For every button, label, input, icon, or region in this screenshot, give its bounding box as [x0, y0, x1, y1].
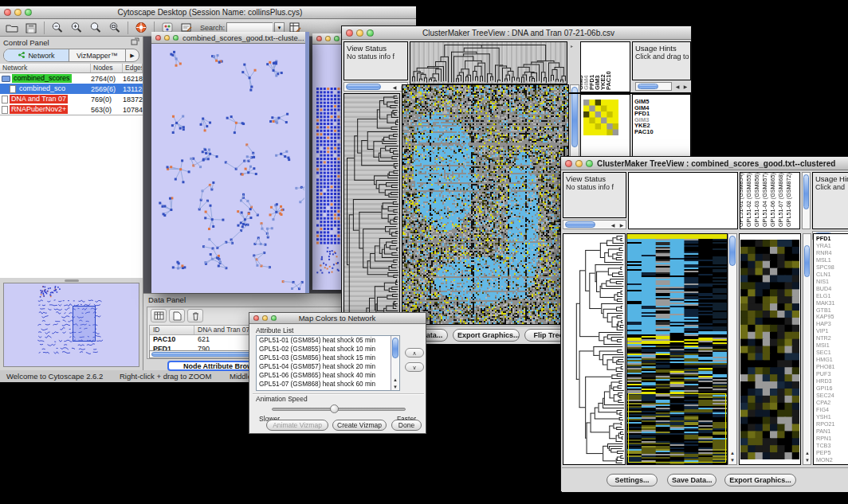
close-button[interactable] — [155, 35, 161, 41]
close-button[interactable] — [4, 9, 11, 16]
zoom-out-button[interactable] — [49, 21, 66, 35]
close-button[interactable] — [565, 160, 572, 167]
move-down-button[interactable]: ∨ — [405, 362, 424, 372]
speed-slider-track[interactable] — [272, 408, 406, 411]
scrollbar-thumb[interactable] — [392, 338, 398, 358]
minimize-button[interactable] — [14, 9, 22, 16]
scroll-left-icon[interactable]: ◀ — [609, 223, 617, 228]
column-label[interactable]: GPL51-04 (GSM857) — [761, 173, 768, 227]
maximize-button[interactable] — [25, 9, 32, 16]
network1-view-canvas[interactable] — [151, 44, 304, 292]
dialog-title-bar[interactable]: Map Colors to Network — [249, 313, 426, 324]
speed-slider-thumb[interactable] — [330, 404, 339, 413]
attribute-listbox[interactable]: GPL51-01 (GSM854) heat shock 05 minGPL51… — [256, 335, 400, 391]
network-list-row[interactable]: RNAPuberNov2+563(0)107847(0) — [0, 104, 143, 115]
scrollbar-thumb[interactable] — [804, 245, 810, 277]
main-title-bar[interactable]: Cytoscape Desktop (Session Name: collins… — [0, 6, 416, 19]
list-item[interactable]: GPL51-02 (GSM855) heat shock 10 min — [257, 345, 399, 354]
list-vscrollbar[interactable]: ▲ ▼ — [391, 336, 399, 390]
move-up-button[interactable]: ∧ — [405, 348, 424, 357]
zoom-heatmap-canvas[interactable] — [740, 240, 799, 459]
network1-title-bar[interactable]: combined_scores_good.txt--cluste... — [151, 32, 305, 44]
column-label[interactable]: GPL51-06 (GSM865) — [769, 173, 776, 227]
heatmap-vscrollbar[interactable]: ▲ ▼ — [728, 233, 737, 465]
tab-overflow-button[interactable]: ▶ — [126, 49, 139, 61]
network-list-row[interactable]: DNA and Tran 07769(0)183728(0) — [0, 94, 143, 104]
scroll-right-icon[interactable]: ▶ — [681, 84, 689, 89]
scroll-down-icon[interactable]: ▼ — [728, 458, 736, 463]
list-item[interactable]: GPL51-03 (GSM856) heat shock 15 min — [257, 354, 399, 362]
scrollbar-thumb[interactable] — [729, 236, 736, 266]
minimize-button[interactable] — [164, 35, 170, 41]
scroll-up-icon[interactable]: ▲ — [391, 377, 399, 382]
view-status-hscrollbar[interactable]: ◀ ▶ — [563, 220, 626, 229]
row-dendrogram-canvas[interactable] — [563, 234, 625, 464]
column-header[interactable]: Edges — [123, 64, 143, 72]
close-button[interactable] — [346, 29, 353, 37]
tab-network[interactable]: Network — [4, 49, 69, 61]
list-item[interactable]: GPL51-04 (GSM857) heat shock 20 min — [257, 362, 399, 371]
maximize-button[interactable] — [586, 160, 593, 167]
maximize-button[interactable] — [271, 315, 277, 321]
export-graphics-button[interactable]: Export Graphics... — [453, 329, 520, 342]
row-label[interactable]: PAC10 — [633, 129, 690, 135]
zoom-fit-selected-button[interactable] — [87, 21, 104, 35]
list-item[interactable]: GPL51-07 (GSM868) heat shock 60 min — [257, 380, 399, 389]
column-dendrogram-canvas[interactable] — [410, 42, 567, 84]
scrollbar-thumb[interactable] — [346, 84, 381, 90]
scrollbar-thumb[interactable] — [638, 84, 658, 89]
column-label[interactable]: GPL51-03 (GSM856) — [753, 173, 760, 227]
heatmap-canvas[interactable] — [402, 85, 568, 324]
birdseye-view[interactable] — [3, 283, 139, 367]
scroll-up-icon[interactable]: ▲ — [728, 451, 736, 455]
column-labels-vscrollbar[interactable] — [802, 172, 811, 229]
network-list-row[interactable]: combined_sco2569(6)13112(15) — [0, 84, 143, 94]
open-session-button[interactable] — [3, 21, 21, 35]
scroll-left-icon[interactable]: ◀ — [673, 84, 681, 89]
delete-attribute-icon[interactable] — [187, 309, 203, 322]
maximize-button[interactable] — [367, 29, 374, 37]
minimize-button[interactable] — [262, 315, 268, 321]
column-label[interactable]: GPL51-08 (GSM872) — [785, 173, 792, 227]
scroll-right-icon[interactable]: ▸ — [571, 43, 573, 49]
close-button[interactable] — [253, 315, 259, 321]
help-lifering-icon[interactable] — [132, 21, 150, 35]
close-button[interactable] — [316, 36, 322, 41]
minimize-button[interactable] — [356, 29, 363, 37]
column-label[interactable]: GPL51-01 (GSM854) — [740, 173, 744, 227]
scrollbar-thumb[interactable] — [571, 87, 578, 147]
treeview1-title-bar[interactable]: ClusterMaker TreeView : DNA and Tran 07-… — [342, 26, 691, 40]
view-status-hscrollbar[interactable]: ◀ ▶ — [344, 82, 408, 92]
column-label[interactable]: PAC10 — [605, 71, 612, 90]
scroll-down-icon[interactable]: ▼ — [803, 458, 811, 463]
scrollbar-thumb[interactable] — [803, 174, 809, 209]
zoom-fit-content-button[interactable] — [106, 21, 124, 35]
save-session-button[interactable] — [22, 21, 40, 35]
maximize-button[interactable] — [334, 36, 340, 41]
usage-hints-hscrollbar[interactable] — [635, 82, 672, 91]
gene-list-vscrollbar[interactable]: ▲ ▼ — [803, 233, 811, 465]
network-list-row[interactable]: combined_scores2764(0)16218(0) — [0, 73, 143, 84]
column-label[interactable]: GPL51-07 (GSM868) — [777, 173, 784, 227]
attribute-select-icon[interactable] — [151, 309, 167, 322]
treeview2-title-bar[interactable]: ClusterMaker TreeView : combined_scores_… — [561, 157, 848, 170]
column-header[interactable]: Nodes — [91, 64, 123, 72]
scroll-left-icon[interactable]: ◀ — [391, 85, 398, 90]
float-panel-icon[interactable] — [131, 37, 139, 47]
scroll-up-icon[interactable]: ▲ — [803, 451, 811, 455]
save-data-button[interactable]: Save Data... — [667, 474, 716, 486]
column-header[interactable]: ID — [150, 326, 194, 334]
column-dendrogram-panel[interactable] — [628, 172, 738, 229]
column-header[interactable]: Network — [0, 64, 91, 72]
animate-vizmap-button[interactable]: Animate Vizmap — [266, 420, 328, 431]
create-vizmap-button[interactable]: Create Vizmap — [332, 420, 387, 431]
zoom-heatmap-canvas[interactable] — [583, 100, 618, 135]
scroll-right-icon[interactable]: ▶ — [618, 223, 626, 228]
tab-vizmapper[interactable]: VizMapper™ — [69, 49, 126, 61]
list-item[interactable]: GPL51-06 (GSM865) heat shock 40 min — [257, 371, 399, 380]
heatmap-canvas[interactable] — [627, 234, 727, 464]
birdseye-canvas[interactable] — [4, 283, 131, 361]
gene-label[interactable]: MON2 — [814, 457, 848, 464]
minimize-button[interactable] — [575, 160, 583, 167]
zoom-in-button[interactable] — [68, 21, 85, 35]
